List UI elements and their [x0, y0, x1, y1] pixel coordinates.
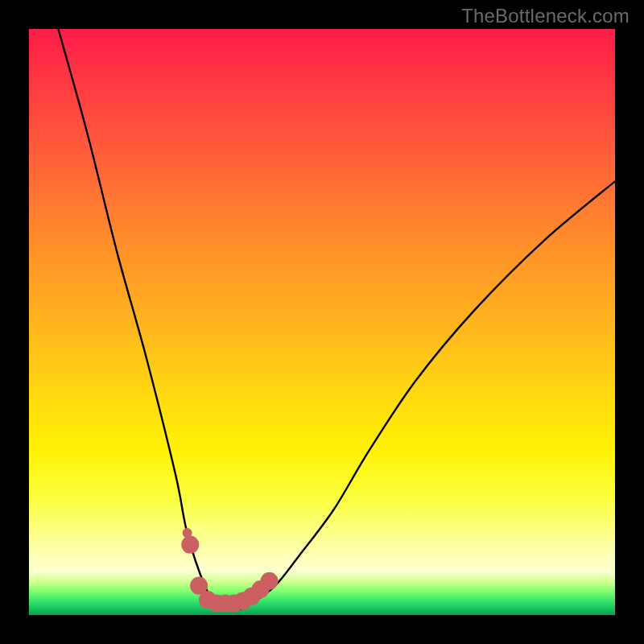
- minimum-markers: [181, 536, 278, 613]
- minimum-marker: [261, 572, 279, 590]
- chart-frame: TheBottleneck.com: [0, 0, 644, 644]
- isolated-marker: [183, 528, 192, 538]
- plot-area: [29, 29, 615, 615]
- curve-layer: [29, 29, 615, 615]
- watermark-text: TheBottleneck.com: [461, 5, 630, 27]
- isolated-marker-dot: [183, 528, 192, 538]
- minimum-marker: [181, 536, 199, 554]
- bottleneck-curve: [58, 29, 615, 610]
